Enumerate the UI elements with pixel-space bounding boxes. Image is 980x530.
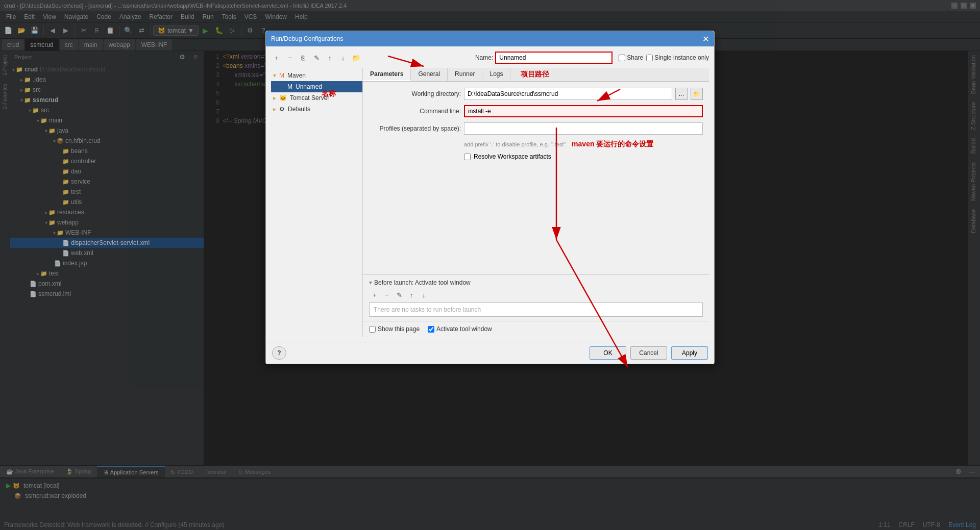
before-launch-toolbar: + − ✎ ↑ ↓ (369, 289, 703, 300)
before-launch-label: Before launch: Activate tool window (374, 279, 471, 286)
dialog-footer: ? OK Cancel Apply (266, 342, 714, 364)
before-launch-remove-btn[interactable]: − (381, 289, 393, 300)
single-instance-checkbox[interactable] (646, 55, 653, 61)
cancel-button[interactable]: Cancel (630, 346, 667, 360)
config-tree-unnamed[interactable]: ▸ M Unnamed (271, 81, 362, 92)
before-launch-up-btn[interactable]: ↑ (406, 289, 417, 300)
tab-parameters[interactable]: Parameters (363, 68, 411, 81)
config-tree: ▾ M Maven ▸ M Unnamed ▸ 🐱 Tomcat Server (271, 68, 363, 337)
annotation-project-path: 项目路径 (521, 68, 549, 81)
resolve-workspace-row: Resolve Workspace artifacts (464, 153, 703, 160)
config-folder-btn[interactable]: 📁 (351, 52, 362, 63)
config-edit-templates-btn[interactable]: ✎ (311, 52, 322, 63)
before-launch-down-btn[interactable]: ↓ (418, 289, 429, 300)
activate-tool-window-checkbox[interactable] (428, 326, 434, 333)
dialog-close-button[interactable]: ✕ (702, 34, 709, 44)
resolve-workspace-label: Resolve Workspace artifacts (474, 153, 551, 160)
ok-button[interactable]: OK (590, 346, 626, 360)
working-directory-browse-btn[interactable]: … (675, 88, 688, 100)
working-directory-folder-btn[interactable]: 📁 (691, 88, 703, 100)
dialog-content: ▾ M Maven ▸ M Unnamed ▸ 🐱 Tomcat Server (271, 68, 709, 337)
before-launch-empty-label: There are no tasks to run before launch (374, 306, 481, 313)
config-tabs: Parameters General Runner Logs 项目路径 (363, 68, 709, 82)
annotation-maven-cmd: maven 要运行的命令设置 (572, 140, 653, 149)
before-launch-add-btn[interactable]: + (369, 289, 380, 300)
command-line-label: Command line: (369, 108, 461, 115)
before-launch-edit-btn[interactable]: ✎ (394, 289, 405, 300)
dialog-titlebar: Run/Debug Configurations ✕ (266, 31, 714, 46)
tab-logs[interactable]: Logs (482, 68, 510, 81)
share-checkbox[interactable] (619, 55, 625, 61)
config-tree-tomcat-server[interactable]: ▸ 🐱 Tomcat Server (271, 92, 362, 104)
config-move-down-btn[interactable]: ↓ (337, 52, 349, 63)
single-instance-checkbox-label: Single instance only (646, 54, 709, 61)
name-input[interactable] (495, 52, 612, 64)
params-content: Working directory: … 📁 Command line: (363, 82, 709, 272)
show-page-checkbox[interactable] (369, 326, 376, 333)
config-move-up-btn[interactable]: ↑ (324, 52, 335, 63)
config-tree-maven[interactable]: ▾ M Maven (271, 70, 362, 81)
show-page-label: Show this page (369, 325, 420, 333)
command-line-input[interactable] (464, 105, 703, 117)
params-spacer (369, 164, 703, 266)
config-toolbar: + − ⎘ ✎ ↑ ↓ 📁 Name: Share (271, 52, 709, 64)
tab-general[interactable]: General (411, 68, 448, 81)
profiles-hint: add prefix '-' to disable profile, e.g. … (464, 141, 566, 147)
working-directory-input[interactable] (464, 88, 672, 100)
dialog-body: + − ⎘ ✎ ↑ ↓ 📁 Name: Share (266, 46, 714, 342)
command-line-row: Command line: (369, 105, 703, 117)
profiles-hint-row: add prefix '-' to disable profile, e.g. … (464, 140, 703, 149)
working-directory-label: Working directory: (369, 90, 461, 97)
config-add-btn[interactable]: + (271, 52, 282, 63)
before-launch-section: ▾ Before launch: Activate tool window + … (363, 274, 709, 321)
before-launch-list: There are no tasks to run before launch (369, 302, 703, 317)
activate-tool-window-label: Activate tool window (428, 325, 492, 333)
working-directory-row: Working directory: … 📁 (369, 88, 703, 100)
config-remove-btn[interactable]: − (284, 52, 296, 63)
run-debug-config-dialog: Run/Debug Configurations ✕ + − ⎘ ✎ ↑ ↓ 📁… (265, 31, 715, 364)
config-copy-btn[interactable]: ⎘ (298, 52, 309, 63)
before-launch-header: ▾ Before launch: Activate tool window (369, 279, 703, 286)
apply-button[interactable]: Apply (671, 346, 708, 360)
config-tree-defaults[interactable]: ▸ ⚙ Defaults (271, 104, 362, 115)
profiles-label: Profiles (separated by space): (369, 125, 461, 132)
name-label: Name: (475, 54, 493, 61)
profiles-input[interactable] (464, 122, 703, 135)
help-button[interactable]: ? (272, 346, 286, 360)
tab-runner[interactable]: Runner (448, 68, 482, 81)
dialog-overlay: Run/Debug Configurations ✕ + − ⎘ ✎ ↑ ↓ 📁… (0, 0, 980, 530)
profiles-row: Profiles (separated by space): (369, 122, 703, 135)
resolve-workspace-checkbox[interactable] (464, 154, 471, 160)
before-launch-collapse-btn[interactable]: ▾ (369, 279, 372, 286)
share-checkbox-label: Share (619, 54, 643, 61)
dialog-title: Run/Debug Configurations (271, 35, 343, 42)
config-panel: Parameters General Runner Logs 项目路径 Work… (363, 68, 709, 337)
footer-buttons: OK Cancel Apply (590, 346, 708, 360)
dialog-bottom-checkboxes: Show this page Activate tool window (363, 321, 709, 337)
